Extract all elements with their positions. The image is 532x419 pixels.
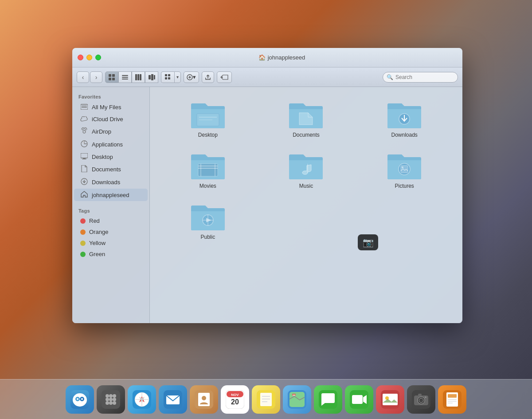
search-input[interactable] (395, 74, 454, 80)
svg-point-25 (83, 130, 86, 133)
dock-item-pages[interactable] (438, 385, 466, 414)
view-coverflow-button[interactable] (145, 71, 158, 83)
dock-item-notes[interactable] (252, 385, 280, 414)
dock-item-photos[interactable] (376, 385, 404, 414)
sidebar-item-downloads[interactable]: Downloads (74, 176, 148, 189)
svg-point-58 (109, 398, 113, 401)
svg-rect-13 (165, 74, 167, 76)
file-item-documents[interactable]: Documents (257, 96, 356, 142)
tag-button[interactable] (217, 71, 232, 83)
view-list-button[interactable] (118, 71, 132, 83)
svg-rect-12 (154, 75, 155, 79)
svg-rect-89 (352, 395, 363, 404)
dock-item-safari[interactable] (128, 385, 156, 414)
close-button[interactable] (78, 55, 83, 60)
nav-buttons: ‹ › (77, 71, 102, 83)
folder-documents-icon (288, 100, 324, 129)
documents-icon (80, 165, 88, 174)
svg-rect-2 (109, 78, 111, 80)
sidebar-item-yellow[interactable]: Yellow (74, 237, 148, 249)
file-grid: Desktop Documents (150, 87, 462, 323)
toolbar: ‹ › ▾ ▾ (72, 67, 462, 87)
applications-icon (80, 140, 88, 149)
window-title-text: johnappleseed (268, 54, 305, 61)
file-item-public[interactable]: Public (159, 198, 257, 245)
dock-item-maps[interactable]: 280 (283, 385, 311, 414)
dock: NOV 20 280 (0, 379, 532, 419)
dock-item-facetime[interactable] (345, 385, 373, 414)
sidebar-item-green[interactable]: Green (74, 249, 148, 260)
dock-item-messages[interactable] (314, 385, 342, 414)
arrange-grid-button[interactable] (161, 71, 174, 83)
pictures-filename: Pictures (395, 183, 414, 189)
svg-rect-5 (122, 77, 128, 78)
sidebar-item-all-my-files[interactable]: All My Files (74, 101, 148, 113)
share-button[interactable] (202, 71, 214, 83)
arrange-dropdown-button[interactable]: ▾ (174, 71, 181, 83)
search-box[interactable]: 🔍 (383, 72, 458, 83)
svg-rect-28 (83, 158, 86, 159)
sidebar-item-icloud-drive[interactable]: iCloud Drive (74, 113, 148, 125)
svg-rect-11 (151, 74, 153, 80)
dock-item-calendar[interactable]: NOV 20 (221, 385, 249, 414)
svg-rect-24 (82, 107, 87, 108)
svg-point-51 (77, 398, 78, 400)
downloads-filename: Downloads (391, 132, 417, 138)
orange-tag-label: Orange (89, 229, 108, 235)
green-tag-label: Green (89, 251, 105, 257)
folder-movies-icon (190, 151, 226, 180)
file-item-pictures[interactable]: Pictures (355, 147, 454, 194)
desktop-filename: Desktop (198, 132, 218, 138)
sidebar-item-airdrop[interactable]: AirDrop (74, 125, 148, 138)
svg-rect-10 (149, 75, 151, 79)
minimize-button[interactable] (86, 55, 92, 60)
dock-item-camera[interactable] (407, 385, 435, 414)
back-button[interactable]: ‹ (77, 71, 89, 83)
movies-filename: Movies (200, 183, 216, 189)
svg-point-99 (425, 396, 426, 398)
svg-point-97 (419, 398, 423, 403)
sidebar-item-red[interactable]: Red (74, 215, 148, 226)
home-icon (80, 191, 88, 199)
sidebar-item-orange[interactable]: Orange (74, 226, 148, 237)
svg-rect-27 (81, 153, 88, 158)
svg-rect-29 (82, 159, 86, 159)
svg-text:280: 280 (293, 394, 296, 396)
svg-point-52 (81, 398, 83, 400)
downloads-label: Downloads (92, 179, 120, 186)
forward-button[interactable]: › (90, 71, 102, 83)
desktop-label: Desktop (92, 154, 113, 160)
sidebar-item-desktop[interactable]: Desktop (74, 151, 148, 163)
sidebar-item-applications[interactable]: Applications (74, 138, 148, 151)
sidebar-item-documents[interactable]: Documents (74, 163, 148, 176)
svg-text:NOV: NOV (231, 393, 239, 397)
dock-item-mail[interactable] (159, 385, 187, 414)
svg-point-62 (113, 401, 116, 405)
svg-point-59 (113, 398, 116, 401)
folder-pictures-icon (387, 151, 422, 180)
dock-item-contacts[interactable] (190, 385, 218, 414)
sidebar-item-johnappleseed[interactable]: johnappleseed (74, 189, 148, 201)
finder-window: 🏠 johnappleseed ‹ › (72, 48, 462, 323)
file-item-downloads[interactable]: Downloads (355, 96, 454, 142)
view-icon-button[interactable] (105, 71, 118, 83)
traffic-lights (78, 55, 101, 60)
svg-rect-7 (135, 74, 137, 80)
maximize-button[interactable] (95, 55, 101, 60)
file-item-movies[interactable]: Movies (159, 147, 257, 194)
file-item-music[interactable]: Music (257, 147, 356, 194)
dock-item-launchpad[interactable] (97, 385, 125, 414)
content-area: Favorites All My Files iCloud Drive AirD… (72, 87, 462, 323)
favorites-label: Favorites (72, 91, 149, 101)
view-column-button[interactable] (132, 71, 145, 83)
svg-point-55 (109, 394, 113, 398)
action-button[interactable]: ▾ (184, 71, 199, 83)
icloud-drive-label: iCloud Drive (92, 116, 123, 123)
file-item-desktop[interactable]: Desktop (159, 96, 257, 142)
svg-rect-3 (112, 78, 115, 80)
dock-item-finder[interactable] (66, 385, 94, 414)
svg-rect-98 (418, 394, 422, 396)
svg-rect-8 (137, 74, 139, 80)
svg-rect-23 (82, 106, 87, 107)
svg-rect-6 (122, 79, 128, 79)
